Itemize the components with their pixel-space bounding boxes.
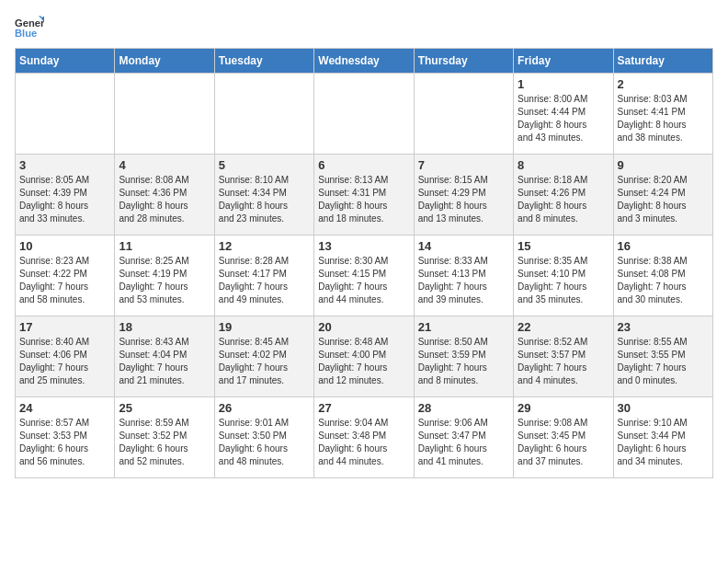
day-number: 11 [119, 239, 210, 253]
day-info: Sunrise: 8:38 AM Sunset: 4:08 PM Dayligh… [618, 255, 709, 306]
day-info: Sunrise: 8:35 AM Sunset: 4:10 PM Dayligh… [518, 255, 609, 306]
day-cell-2: 2Sunrise: 8:03 AM Sunset: 4:41 PM Daylig… [613, 74, 712, 155]
day-cell-15: 15Sunrise: 8:35 AM Sunset: 4:10 PM Dayli… [514, 236, 613, 316]
weekday-header-saturday: Saturday [613, 49, 712, 74]
day-cell-16: 16Sunrise: 8:38 AM Sunset: 4:08 PM Dayli… [613, 236, 712, 316]
day-number: 12 [219, 239, 310, 253]
day-number: 9 [618, 158, 709, 172]
day-cell-3: 3Sunrise: 8:05 AM Sunset: 4:39 PM Daylig… [16, 155, 115, 236]
day-info: Sunrise: 8:25 AM Sunset: 4:19 PM Dayligh… [119, 255, 210, 306]
day-info: Sunrise: 8:45 AM Sunset: 4:02 PM Dayligh… [219, 336, 310, 387]
day-number: 16 [618, 239, 709, 253]
day-number: 24 [19, 401, 110, 415]
day-info: Sunrise: 8:13 AM Sunset: 4:31 PM Dayligh… [318, 174, 409, 225]
day-number: 3 [19, 158, 110, 172]
svg-text:General: General [15, 17, 44, 29]
day-info: Sunrise: 9:01 AM Sunset: 3:50 PM Dayligh… [219, 417, 310, 468]
day-info: Sunrise: 8:55 AM Sunset: 3:55 PM Dayligh… [618, 336, 709, 387]
day-cell-1: 1Sunrise: 8:00 AM Sunset: 4:44 PM Daylig… [514, 74, 613, 155]
day-number: 17 [19, 320, 110, 334]
calendar-row-5: 24Sunrise: 8:57 AM Sunset: 3:53 PM Dayli… [16, 397, 713, 478]
day-number: 25 [119, 401, 210, 415]
day-info: Sunrise: 9:10 AM Sunset: 3:44 PM Dayligh… [618, 417, 709, 468]
day-cell-10: 10Sunrise: 8:23 AM Sunset: 4:22 PM Dayli… [16, 236, 115, 316]
day-number: 6 [318, 158, 409, 172]
day-info: Sunrise: 8:50 AM Sunset: 3:59 PM Dayligh… [418, 336, 509, 387]
day-cell-7: 7Sunrise: 8:15 AM Sunset: 4:29 PM Daylig… [414, 155, 513, 236]
day-info: Sunrise: 8:30 AM Sunset: 4:15 PM Dayligh… [318, 255, 409, 306]
calendar-row-2: 3Sunrise: 8:05 AM Sunset: 4:39 PM Daylig… [16, 155, 713, 236]
day-number: 15 [518, 239, 609, 253]
day-cell-30: 30Sunrise: 9:10 AM Sunset: 3:44 PM Dayli… [613, 397, 712, 478]
day-number: 19 [219, 320, 310, 334]
day-number: 27 [318, 401, 409, 415]
day-cell-24: 24Sunrise: 8:57 AM Sunset: 3:53 PM Dayli… [16, 397, 115, 478]
day-info: Sunrise: 8:40 AM Sunset: 4:06 PM Dayligh… [19, 336, 110, 387]
day-info: Sunrise: 8:18 AM Sunset: 4:26 PM Dayligh… [518, 174, 609, 225]
weekday-header-sunday: Sunday [16, 49, 115, 74]
header: General Blue [15, 15, 713, 40]
day-number: 29 [518, 401, 609, 415]
day-number: 14 [418, 239, 509, 253]
day-cell-14: 14Sunrise: 8:33 AM Sunset: 4:13 PM Dayli… [414, 236, 513, 316]
weekday-header-thursday: Thursday [414, 49, 513, 74]
day-cell-28: 28Sunrise: 9:06 AM Sunset: 3:47 PM Dayli… [414, 397, 513, 478]
day-info: Sunrise: 8:52 AM Sunset: 3:57 PM Dayligh… [518, 336, 609, 387]
logo-icon: General Blue [15, 15, 44, 40]
calendar-row-4: 17Sunrise: 8:40 AM Sunset: 4:06 PM Dayli… [16, 316, 713, 397]
empty-cell [16, 74, 115, 155]
day-cell-6: 6Sunrise: 8:13 AM Sunset: 4:31 PM Daylig… [314, 155, 414, 236]
day-number: 23 [618, 320, 709, 334]
calendar-row-3: 10Sunrise: 8:23 AM Sunset: 4:22 PM Dayli… [16, 236, 713, 316]
day-info: Sunrise: 8:23 AM Sunset: 4:22 PM Dayligh… [19, 255, 110, 306]
weekday-header-monday: Monday [115, 49, 214, 74]
day-number: 5 [219, 158, 310, 172]
day-cell-26: 26Sunrise: 9:01 AM Sunset: 3:50 PM Dayli… [214, 397, 313, 478]
day-info: Sunrise: 8:08 AM Sunset: 4:36 PM Dayligh… [119, 174, 210, 225]
logo: General Blue [15, 15, 44, 40]
day-number: 2 [618, 77, 709, 91]
day-number: 13 [318, 239, 409, 253]
day-info: Sunrise: 8:28 AM Sunset: 4:17 PM Dayligh… [219, 255, 310, 306]
day-info: Sunrise: 8:20 AM Sunset: 4:24 PM Dayligh… [618, 174, 709, 225]
day-number: 30 [618, 401, 709, 415]
day-number: 18 [119, 320, 210, 334]
day-info: Sunrise: 8:15 AM Sunset: 4:29 PM Dayligh… [418, 174, 509, 225]
empty-cell [214, 74, 313, 155]
day-info: Sunrise: 9:06 AM Sunset: 3:47 PM Dayligh… [418, 417, 509, 468]
day-info: Sunrise: 8:57 AM Sunset: 3:53 PM Dayligh… [19, 417, 110, 468]
weekday-header-wednesday: Wednesday [314, 49, 414, 74]
day-info: Sunrise: 9:04 AM Sunset: 3:48 PM Dayligh… [318, 417, 409, 468]
day-number: 1 [518, 77, 609, 91]
day-cell-21: 21Sunrise: 8:50 AM Sunset: 3:59 PM Dayli… [414, 316, 513, 397]
day-cell-17: 17Sunrise: 8:40 AM Sunset: 4:06 PM Dayli… [16, 316, 115, 397]
day-cell-9: 9Sunrise: 8:20 AM Sunset: 4:24 PM Daylig… [613, 155, 712, 236]
day-cell-18: 18Sunrise: 8:43 AM Sunset: 4:04 PM Dayli… [115, 316, 214, 397]
day-info: Sunrise: 8:33 AM Sunset: 4:13 PM Dayligh… [418, 255, 509, 306]
day-cell-13: 13Sunrise: 8:30 AM Sunset: 4:15 PM Dayli… [314, 236, 414, 316]
day-info: Sunrise: 8:05 AM Sunset: 4:39 PM Dayligh… [19, 174, 110, 225]
weekday-header-tuesday: Tuesday [214, 49, 313, 74]
header-row: SundayMondayTuesdayWednesdayThursdayFrid… [16, 49, 713, 74]
day-cell-8: 8Sunrise: 8:18 AM Sunset: 4:26 PM Daylig… [514, 155, 613, 236]
day-cell-23: 23Sunrise: 8:55 AM Sunset: 3:55 PM Dayli… [613, 316, 712, 397]
day-info: Sunrise: 8:03 AM Sunset: 4:41 PM Dayligh… [618, 93, 709, 144]
day-cell-27: 27Sunrise: 9:04 AM Sunset: 3:48 PM Dayli… [314, 397, 414, 478]
day-number: 8 [518, 158, 609, 172]
day-info: Sunrise: 8:43 AM Sunset: 4:04 PM Dayligh… [119, 336, 210, 387]
day-cell-19: 19Sunrise: 8:45 AM Sunset: 4:02 PM Dayli… [214, 316, 313, 397]
calendar-row-1: 1Sunrise: 8:00 AM Sunset: 4:44 PM Daylig… [16, 74, 713, 155]
day-number: 10 [19, 239, 110, 253]
day-info: Sunrise: 9:08 AM Sunset: 3:45 PM Dayligh… [518, 417, 609, 468]
empty-cell [414, 74, 513, 155]
day-info: Sunrise: 8:00 AM Sunset: 4:44 PM Dayligh… [518, 93, 609, 144]
day-number: 7 [418, 158, 509, 172]
day-cell-4: 4Sunrise: 8:08 AM Sunset: 4:36 PM Daylig… [115, 155, 214, 236]
day-info: Sunrise: 8:59 AM Sunset: 3:52 PM Dayligh… [119, 417, 210, 468]
day-cell-5: 5Sunrise: 8:10 AM Sunset: 4:34 PM Daylig… [214, 155, 313, 236]
day-cell-25: 25Sunrise: 8:59 AM Sunset: 3:52 PM Dayli… [115, 397, 214, 478]
empty-cell [314, 74, 414, 155]
day-number: 28 [418, 401, 509, 415]
day-number: 21 [418, 320, 509, 334]
day-cell-29: 29Sunrise: 9:08 AM Sunset: 3:45 PM Dayli… [514, 397, 613, 478]
